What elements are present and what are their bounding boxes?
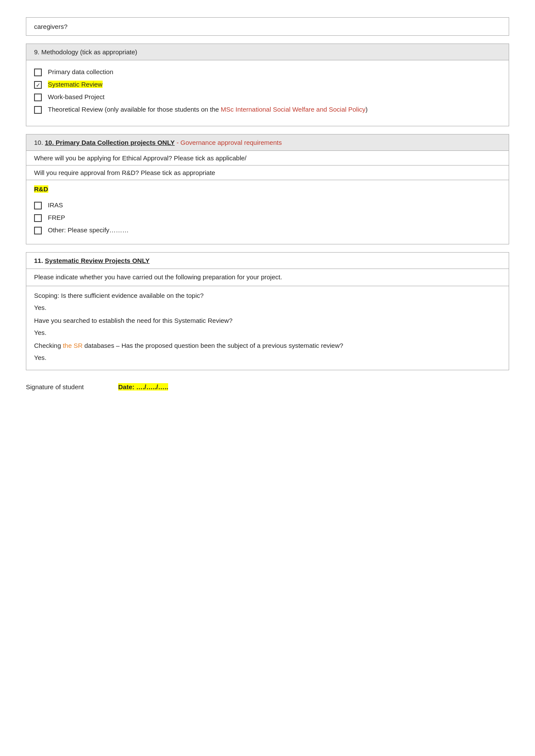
section-11-systematic: 11. Systematic Review Projects ONLY Plea… [26,252,509,370]
theoretical-highlight: MSc International Social Welfare and Soc… [221,106,366,113]
label-primary: Primary data collection [48,68,113,75]
qa-scoping-question: Scoping: Is there sufficient evidence av… [34,291,501,301]
checkbox-other[interactable] [34,227,42,234]
checkbox-row-other: Other: Please specify……… [34,226,501,234]
signature-row: Signature of student Date: …./…../….. [26,383,509,390]
section-10-sub1: Where will you be applying for Ethical A… [26,151,509,166]
section-10-title-plain: 10. 10. Primary Data Collection projects… [34,139,282,146]
label-iras: IRAS [48,201,63,209]
section-11-title: Systematic Review Projects ONLY [45,257,150,264]
section-11-intro-row: Please indicate whether you have carried… [26,269,509,286]
qa-searched-question: Have you searched to establish the need … [34,316,501,326]
section-9-header: 9. Methodology (tick as appropriate) [26,44,509,60]
section-11-intro: Please indicate whether you have carried… [34,273,501,281]
qa-checking-question: Checking the SR databases – Has the prop… [34,341,501,351]
checkbox-row-systematic: ✓ Systematic Review [34,81,501,89]
qa-scoping-answer: Yes. [34,303,501,313]
checkbox-row-frep: FREP [34,214,501,222]
checkbox-row-theoretical: Theoretical Review (only available for t… [34,106,501,114]
checkbox-frep[interactable] [34,214,42,222]
qa-searched-answer: Yes. [34,328,501,338]
checkbox-systematic[interactable]: ✓ [34,81,42,89]
rnd-label: R&D [34,185,48,193]
qa-checking-answer: Yes. [34,353,501,363]
date-label: Date: …./…../….. [118,383,168,390]
signature-label: Signature of student [26,383,84,390]
section-9-methodology: 9. Methodology (tick as appropriate) Pri… [26,44,509,126]
section-10-body: R&D IRAS FREP Other: Please specify……… [26,180,509,244]
label-frep: FREP [48,214,65,221]
section-10-primary: 10. 10. Primary Data Collection projects… [26,134,509,244]
label-workbased: Work-based Project [48,93,104,100]
checkbox-iras[interactable] [34,202,42,209]
section-10-header: 10. 10. Primary Data Collection projects… [26,134,509,151]
checkbox-theoretical[interactable] [34,106,42,114]
qa-scoping: Scoping: Is there sufficient evidence av… [34,291,501,313]
checkbox-row-primary: Primary data collection [34,68,501,76]
sr-highlight: the SR [63,342,83,349]
label-other: Other: Please specify……… [48,226,129,234]
checkbox-primary[interactable] [34,69,42,76]
checkbox-workbased[interactable] [34,94,42,101]
section-11-content: Scoping: Is there sufficient evidence av… [26,286,509,370]
section-10-title-red: - Governance approval requirements [175,139,282,146]
qa-checking: Checking the SR databases – Has the prop… [34,341,501,363]
rnd-label-row: R&D [34,185,501,197]
checkbox-row-workbased: Work-based Project [34,93,501,101]
label-theoretical: Theoretical Review (only available for t… [48,106,368,113]
section-11-header: 11. Systematic Review Projects ONLY [26,253,509,269]
top-caregiver-box: caregivers? [26,17,509,36]
caregiver-text: caregivers? [34,23,68,30]
label-systematic: Systematic Review [48,81,103,88]
qa-searched: Have you searched to establish the need … [34,316,501,338]
section-9-body: Primary data collection ✓ Systematic Rev… [26,60,509,126]
checkbox-row-iras: IRAS [34,201,501,209]
section-10-sub2: Will you require approval from R&D? Plea… [26,166,509,180]
